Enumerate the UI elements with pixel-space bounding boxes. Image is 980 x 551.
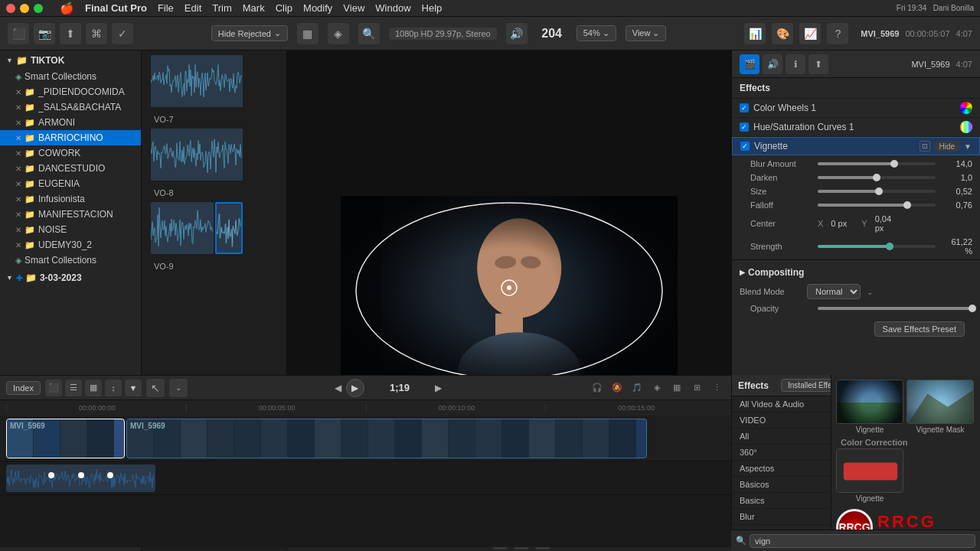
blur-amount-slider[interactable] bbox=[818, 162, 936, 165]
media-import-icon[interactable]: 📷 bbox=[34, 23, 55, 44]
prev-edit-icon[interactable]: ◀ bbox=[335, 383, 341, 393]
media-item-vo9[interactable]: VO-9 bbox=[145, 201, 283, 274]
sidebar-item-dancestudio[interactable]: ✕ 📁 DANCESTUDIO bbox=[0, 161, 141, 176]
zoom-button[interactable]: 54% ⌄ bbox=[577, 25, 616, 41]
library-icon[interactable]: ⬛ bbox=[8, 23, 29, 44]
audio-enhance-icon[interactable]: 🎵 bbox=[629, 380, 645, 396]
media-item-vo8[interactable]: VO-8 bbox=[145, 127, 283, 201]
sidebar-item-barriochino[interactable]: ✕ 📁 BARRIOCHINO bbox=[0, 130, 141, 145]
filter-small-icon[interactable]: ▼ bbox=[125, 380, 142, 396]
next-edit-icon[interactable]: ▶ bbox=[435, 383, 442, 393]
category-basicos[interactable]: Básicos bbox=[732, 477, 831, 493]
strength-slider[interactable] bbox=[818, 245, 936, 248]
clip-mvi5969-1[interactable]: MVI_5969 bbox=[6, 419, 125, 458]
menu-clip[interactable]: Clip bbox=[276, 2, 292, 14]
menu-mark[interactable]: Mark bbox=[243, 2, 265, 14]
comp-icon[interactable]: ◈ bbox=[648, 380, 665, 396]
menu-file[interactable]: File bbox=[158, 2, 174, 14]
media-item-vo7[interactable]: VO-7 bbox=[145, 54, 283, 127]
inspector-tab-share[interactable]: ⬆ bbox=[808, 54, 828, 74]
solo-icon[interactable]: 🎧 bbox=[589, 380, 606, 396]
category-all[interactable]: All bbox=[732, 429, 831, 445]
share-icon[interactable]: ⬆ bbox=[60, 23, 81, 44]
menu-fcp[interactable]: Final Cut Pro bbox=[85, 2, 147, 14]
sidebar-item-salsa[interactable]: ✕ 📁 _SALSA&BACHATA bbox=[0, 99, 141, 115]
select-tool-icon[interactable]: ↖ bbox=[146, 379, 165, 397]
inspector-tab-video[interactable]: 🎬 bbox=[740, 54, 760, 74]
minimize-button[interactable] bbox=[20, 4, 29, 13]
mute-icon[interactable]: 🔕 bbox=[609, 380, 626, 396]
help-icon[interactable]: ? bbox=[827, 23, 848, 44]
category-360[interactable]: 360° bbox=[732, 445, 831, 461]
menu-modify[interactable]: Modify bbox=[303, 2, 332, 14]
opacity-slider[interactable] bbox=[818, 307, 972, 310]
fullscreen-button[interactable] bbox=[34, 4, 43, 13]
category-all-video-audio[interactable]: All Video & Audio bbox=[732, 396, 831, 412]
sidebar-item-pidiendocomida[interactable]: ✕ 📁 _PIDIENDOCOMIDA bbox=[0, 84, 141, 99]
timeline-tracks[interactable]: MVI_5969 MVI_5969 bbox=[0, 416, 731, 547]
play-button[interactable]: ▶ bbox=[346, 379, 364, 397]
select-tool-chevron[interactable]: ⌄ bbox=[169, 379, 188, 397]
menu-trim[interactable]: Trim bbox=[212, 2, 232, 14]
close-button[interactable] bbox=[6, 4, 15, 13]
effect-checkbox-vignette[interactable]: ✓ bbox=[740, 142, 750, 151]
effect-tile-vignette[interactable]: Vignette bbox=[836, 380, 903, 434]
hide-rejected-button[interactable]: Hide Rejected ⌄ bbox=[211, 25, 288, 41]
effect-row-vignette[interactable]: ✓ Vignette ⊡ Hide ▼ bbox=[732, 137, 980, 155]
sidebar-item-infusionista[interactable]: ✕ 📁 Infusionista bbox=[0, 191, 141, 207]
effect-tile-color-correction-vignette[interactable]: Vignette bbox=[836, 448, 903, 503]
size-slider[interactable] bbox=[818, 190, 936, 193]
menu-edit[interactable]: Edit bbox=[185, 2, 201, 14]
clip-list-icon[interactable]: ☰ bbox=[65, 380, 82, 396]
sidebar-item-smart-collections-1[interactable]: ◈ Smart Collections bbox=[0, 69, 141, 84]
inspector-tab-audio[interactable]: 🔊 bbox=[763, 54, 782, 74]
installed-effects-select[interactable]: Installed Effects bbox=[781, 379, 831, 392]
split-icon[interactable]: ▦ bbox=[668, 380, 685, 396]
effect-tile-vignette-mask[interactable]: Vignette Mask bbox=[906, 380, 974, 434]
vignette-hide-button[interactable]: Hide bbox=[935, 142, 960, 152]
sidebar-item-eugenia[interactable]: ✕ 📁 EUGENIA bbox=[0, 176, 141, 191]
effects-search-input[interactable] bbox=[750, 534, 975, 548]
effect-checkbox-hue-sat[interactable]: ✓ bbox=[740, 122, 749, 132]
search-toolbar-icon[interactable]: 🔍 bbox=[358, 23, 380, 44]
sidebar-item-3-03-2023[interactable]: ▼ ✚ 📁 3-03-2023 bbox=[0, 269, 141, 286]
effects-toggle-icon[interactable]: 🎨 bbox=[772, 23, 793, 44]
sidebar-item-udemy[interactable]: ✕ 📁 UDEMY30_2 bbox=[0, 237, 141, 253]
effect-row-hue-saturation[interactable]: ✓ Hue/Saturation Curves 1 bbox=[732, 118, 980, 137]
expand-icon[interactable]: ⊞ bbox=[688, 380, 705, 396]
clip-mvi5969-2[interactable]: MVI_5969 bbox=[126, 419, 647, 458]
sidebar-item-manifestacion[interactable]: ✕ 📁 MANIFESTACION bbox=[0, 207, 141, 222]
sidebar-item-tiktok[interactable]: ▼ 📁 TIKTOK bbox=[0, 52, 141, 69]
effect-checkbox-color-wheels[interactable]: ✓ bbox=[740, 103, 749, 112]
category-blur[interactable]: Blur bbox=[732, 509, 831, 525]
save-effects-preset-button[interactable]: Save Effects Preset bbox=[874, 321, 965, 337]
menu-window[interactable]: Window bbox=[375, 2, 410, 14]
view-button[interactable]: View ⌄ bbox=[626, 25, 667, 41]
sidebar-item-smart-collections-2[interactable]: ◈ Smart Collections bbox=[0, 253, 141, 268]
audio-icon[interactable]: 🔊 bbox=[506, 23, 528, 44]
inspector-tab-info[interactable]: ℹ bbox=[786, 54, 805, 74]
sidebar-item-cowork[interactable]: ✕ 📁 COWORK bbox=[0, 145, 141, 161]
darken-slider[interactable] bbox=[818, 176, 936, 179]
check-icon[interactable]: ✓ bbox=[112, 23, 133, 44]
menu-help[interactable]: Help bbox=[422, 2, 443, 14]
audio-meters-icon[interactable]: 📈 bbox=[799, 23, 821, 44]
effect-row-color-wheels[interactable]: ✓ Color Wheels 1 bbox=[732, 99, 980, 118]
sidebar-item-armoni[interactable]: ✕ 📁 ARMONI bbox=[0, 115, 141, 130]
clip-height-icon[interactable]: ↕ bbox=[105, 380, 122, 396]
sidebar-item-noise[interactable]: ✕ 📁 NOISE bbox=[0, 222, 141, 237]
filter-icon[interactable]: ◈ bbox=[328, 23, 349, 44]
blend-mode-select[interactable]: Normal bbox=[807, 284, 861, 299]
category-basics[interactable]: Basics bbox=[732, 493, 831, 509]
clip-grid-icon[interactable]: ▦ bbox=[85, 380, 102, 396]
inspector-toggle-icon[interactable]: 📊 bbox=[744, 23, 766, 44]
clip-appearance-small-icon[interactable]: ⬛ bbox=[45, 380, 62, 396]
overflow-icon[interactable]: ⋮ bbox=[708, 380, 725, 396]
category-aspectos[interactable]: Aspectos bbox=[732, 461, 831, 477]
index-button[interactable]: Index bbox=[6, 381, 41, 395]
clip-appearance-icon[interactable]: ▦ bbox=[297, 23, 318, 44]
key-icon[interactable]: ⌘ bbox=[86, 23, 107, 44]
falloff-slider[interactable] bbox=[818, 204, 936, 207]
category-video[interactable]: VIDEO bbox=[732, 412, 831, 429]
menu-view[interactable]: View bbox=[343, 2, 364, 14]
